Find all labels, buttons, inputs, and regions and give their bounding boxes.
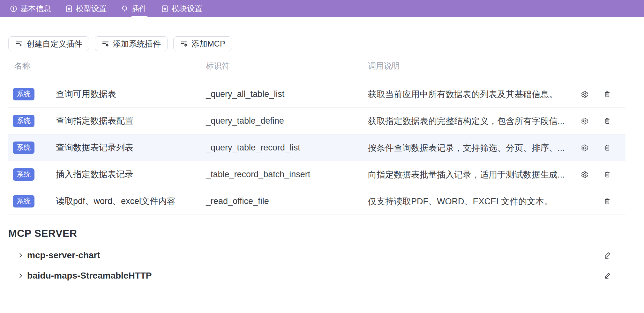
list-plus-icon <box>15 40 23 48</box>
table-body: 系统 查询可用数据表 _query_all_table_list 获取当前应用中… <box>8 81 625 215</box>
chevron-right-icon[interactable] <box>17 272 24 279</box>
column-header-identifier: 标识符 <box>206 61 368 71</box>
mcp-server-row[interactable]: mcp-server-chart <box>8 245 625 266</box>
settings-gear-icon[interactable] <box>578 88 591 101</box>
plugin-name: 查询指定数据表配置 <box>56 115 133 127</box>
mcp-server-name: baidu-maps-StreamableHTTP <box>27 271 152 281</box>
system-badge: 系统 <box>13 88 34 100</box>
mcp-server-heading: MCP SERVER <box>8 228 625 239</box>
system-badge: 系统 <box>13 142 34 154</box>
add-mcp-label: 添加MCP <box>191 39 225 49</box>
plugin-name: 读取pdf、word、excel文件内容 <box>56 195 176 207</box>
plugin-description: 仅支持读取PDF、WORD、EXCEL文件的文本。 <box>368 196 571 207</box>
tab-module-settings[interactable]: 模块设置 <box>161 0 202 17</box>
tab-bar: 基本信息 模型设置 插件 模块设置 <box>0 0 644 17</box>
create-custom-plugin-label: 创建自定义插件 <box>26 39 82 49</box>
trash-icon[interactable] <box>601 195 614 208</box>
list-settings-icon <box>101 40 109 48</box>
plugin-identifier: _table_record_batch_insert <box>206 170 368 179</box>
doc-settings-icon <box>65 5 73 13</box>
settings-gear-icon[interactable] <box>578 115 591 127</box>
system-badge: 系统 <box>13 115 34 127</box>
info-icon <box>10 5 18 13</box>
system-badge: 系统 <box>13 168 34 180</box>
create-custom-plugin-button[interactable]: 创建自定义插件 <box>8 36 89 51</box>
mcp-server-name: mcp-server-chart <box>27 250 100 260</box>
tab-plugins[interactable]: 插件 <box>121 0 147 17</box>
add-system-plugin-button[interactable]: 添加系统插件 <box>95 36 168 51</box>
plugin-name: 查询数据表记录列表 <box>56 142 133 153</box>
plugin-description: 向指定数据表批量插入记录，适用于测试数据生成... <box>368 169 571 180</box>
system-badge: 系统 <box>13 195 34 207</box>
settings-gear-icon[interactable] <box>578 168 591 181</box>
plugin-description: 获取当前应用中所有数据表的列表及其基础信息。 <box>368 89 571 100</box>
doc-settings-icon <box>161 5 169 13</box>
plugin-description: 获取指定数据表的完整结构定义，包含所有字段信... <box>368 115 571 127</box>
table-row[interactable]: 系统 查询数据表记录列表 _query_table_record_list 按条… <box>8 135 625 161</box>
mcp-server-row[interactable]: baidu-maps-StreamableHTTP <box>8 266 625 286</box>
add-mcp-button[interactable]: 添加MCP <box>173 36 232 51</box>
plug-icon <box>121 5 129 13</box>
table-header-row: 名称 标识符 调用说明 <box>8 51 625 81</box>
table-row[interactable]: 系统 查询可用数据表 _query_all_table_list 获取当前应用中… <box>8 81 625 108</box>
tab-model-settings[interactable]: 模型设置 <box>65 0 107 17</box>
add-system-plugin-label: 添加系统插件 <box>113 39 161 49</box>
mcp-server-list: mcp-server-chart baidu-maps-StreamableHT… <box>8 245 625 286</box>
column-header-description: 调用说明 <box>368 61 571 71</box>
edit-icon[interactable] <box>601 249 614 262</box>
list-settings-icon <box>180 40 188 48</box>
toolbar: 创建自定义插件 添加系统插件 添加MCP <box>8 36 625 51</box>
plugin-name: 插入指定数据表记录 <box>56 169 133 180</box>
trash-icon[interactable] <box>601 142 614 154</box>
table-row[interactable]: 系统 插入指定数据表记录 _table_record_batch_insert … <box>8 161 625 188</box>
settings-gear-icon[interactable] <box>578 142 591 154</box>
mcp-server-section: MCP SERVER mcp-server-chart baidu-maps-S… <box>8 228 625 286</box>
trash-icon[interactable] <box>601 115 614 127</box>
table-row[interactable]: 系统 读取pdf、word、excel文件内容 _read_office_fil… <box>8 188 625 215</box>
tab-basic-info[interactable]: 基本信息 <box>10 0 51 17</box>
plugin-identifier: _query_table_define <box>206 116 368 126</box>
plugin-identifier: _query_all_table_list <box>206 89 368 99</box>
plugin-name: 查询可用数据表 <box>56 88 116 100</box>
plugins-panel: 创建自定义插件 添加系统插件 添加MCP 名称 标识符 调用说明 系统 查询可用… <box>0 36 644 286</box>
table-row[interactable]: 系统 查询指定数据表配置 _query_table_define 获取指定数据表… <box>8 108 625 135</box>
plugin-identifier: _query_table_record_list <box>206 143 368 153</box>
chevron-right-icon[interactable] <box>17 252 24 259</box>
column-header-name: 名称 <box>8 61 206 71</box>
trash-icon[interactable] <box>601 168 614 181</box>
plugins-table: 名称 标识符 调用说明 系统 查询可用数据表 _query_all_table_… <box>8 51 625 215</box>
plugin-description: 按条件查询数据表记录，支持筛选、分页、排序、... <box>368 142 571 154</box>
trash-icon[interactable] <box>601 88 614 101</box>
edit-icon[interactable] <box>601 269 614 282</box>
plugin-identifier: _read_office_file <box>206 196 368 206</box>
